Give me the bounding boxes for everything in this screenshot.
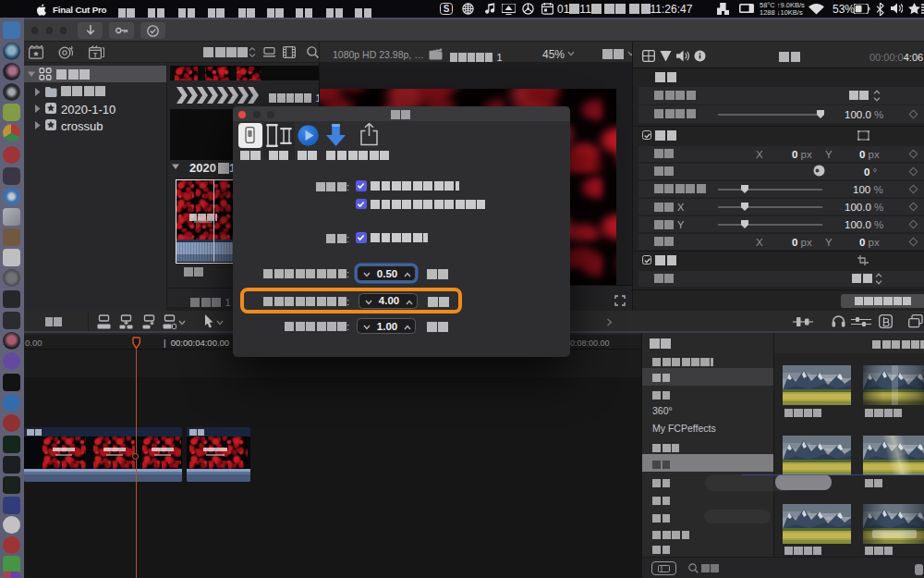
svg-text:T: T [93, 51, 98, 59]
